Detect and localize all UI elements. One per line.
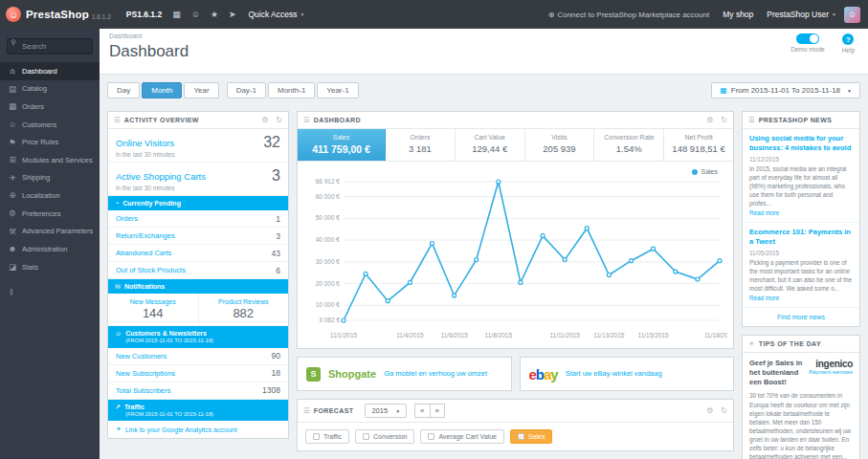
- shopgate-link[interactable]: Ga mobiel en verhoog uw omzet: [384, 369, 487, 379]
- checkbox-icon[interactable]: [363, 433, 369, 440]
- checkbox-icon[interactable]: [313, 433, 320, 440]
- refresh-icon[interactable]: ↻: [721, 406, 727, 415]
- puzzle-icon: ⊞: [8, 155, 17, 165]
- average-cart-value-chip[interactable]: Average Cart Value: [420, 429, 503, 444]
- checkbox-checked-icon[interactable]: ✓: [518, 433, 524, 440]
- date-range-toolbar: Day Month Year Day-1 Month-1 Year-1 ▦ Fr…: [107, 82, 860, 98]
- date-range-picker[interactable]: ▦ From 2015-11-01 To 2015-11-18 ▼: [711, 82, 860, 98]
- shopgate-promo[interactable]: S Shopgate Ga mobiel en verhoog uw omzet: [297, 357, 512, 391]
- sidebar-item-label: Orders: [22, 102, 44, 111]
- read-more-link[interactable]: Read more: [749, 209, 853, 216]
- kpi-cart-value[interactable]: Cart Value 129,44 €: [456, 129, 525, 161]
- range-month-button[interactable]: Month: [142, 82, 182, 98]
- clock-icon: ◔: [115, 199, 119, 208]
- range-day-button[interactable]: Day: [107, 82, 140, 98]
- quick-access-menu[interactable]: Quick Access▼: [249, 10, 305, 19]
- pending-orders-row[interactable]: Orders1: [108, 210, 288, 228]
- cart-icon[interactable]: ▦: [172, 10, 181, 19]
- gear-icon[interactable]: ⚙: [706, 406, 713, 415]
- conversion-chip[interactable]: Conversion: [355, 429, 414, 444]
- range-day-1-button[interactable]: Day-1: [227, 82, 266, 98]
- main-area: Dashboard Dashboard Demo mode ? Help Day…: [100, 29, 868, 459]
- total-subscribers-row[interactable]: Total Subscribers1308: [108, 382, 288, 400]
- refresh-icon[interactable]: ↻: [721, 116, 727, 124]
- new-messages-cell[interactable]: New Messages 144: [108, 294, 198, 325]
- section-title: Currently Pending: [122, 199, 181, 208]
- news-title-link[interactable]: Ecommerce 101: Payments in a Tweet: [749, 228, 853, 247]
- abandoned-carts-row[interactable]: Abandoned Carts43: [108, 245, 288, 262]
- marketplace-link[interactable]: ⊕Connect to PrestaShop Marketplace accou…: [548, 11, 709, 19]
- sidebar-item-advanced-parameters[interactable]: ⚒Advanced Parameters: [0, 223, 100, 241]
- sidebar-item-preferences[interactable]: ⚙Preferences: [0, 205, 100, 223]
- sidebar-item-label: Price Rules: [22, 138, 58, 146]
- svg-text:11/11/2015: 11/11/2015: [549, 332, 580, 339]
- sales-chip[interactable]: ✓Sales: [510, 429, 553, 444]
- ebay-link[interactable]: Start uw eBay-winkel vandaag: [566, 369, 662, 379]
- range-year-1-button[interactable]: Year-1: [317, 82, 358, 98]
- traffic-chip[interactable]: Traffic: [305, 429, 349, 444]
- range-month-1-button[interactable]: Month-1: [268, 82, 315, 98]
- demo-mode-toggle[interactable]: [796, 33, 819, 44]
- sidebar-item-orders[interactable]: ▦Orders: [0, 98, 100, 116]
- next-year-button[interactable]: »: [431, 404, 445, 418]
- sidebar-item-customers[interactable]: ☺Customers: [0, 116, 100, 134]
- kpi-label: Net Profit: [666, 134, 731, 141]
- search-input[interactable]: [7, 38, 93, 55]
- sidebar-item-label: Customers: [22, 120, 56, 129]
- new-subscriptions-row[interactable]: New Subscriptions18: [108, 365, 288, 382]
- gear-icon[interactable]: ⚙: [706, 116, 713, 124]
- kpi-label: Cart Value: [457, 134, 523, 141]
- out-of-stock-row[interactable]: Out of Stock Products6: [108, 262, 288, 279]
- prestashop-logo-icon[interactable]: ☺: [6, 7, 21, 22]
- active-carts-link[interactable]: Active Shopping Carts: [116, 171, 206, 182]
- find-more-news-link[interactable]: Find more news: [743, 308, 859, 326]
- google-analytics-link[interactable]: ⚭ Link to your Google Analytics account: [108, 421, 288, 438]
- year-select[interactable]: 2015▼: [365, 404, 407, 418]
- kpi-visits[interactable]: Visits 205 939: [525, 129, 595, 161]
- news-title-link[interactable]: Using social media for your business: 4 …: [749, 134, 853, 153]
- sales-chart-area: Sales 66 912 €60 000 €50 000 €40 000 €30…: [298, 162, 733, 348]
- kpi-conversion-rate[interactable]: Conversion Rate 1.54%: [594, 129, 664, 161]
- my-shop-link[interactable]: My shop: [723, 10, 753, 19]
- star-icon[interactable]: ★: [211, 10, 218, 19]
- topbar: ☺ PrestaShop 1.6.1.2 PS1.6.1.2 ▦ ☺ ★ ➤ Q…: [0, 0, 868, 29]
- new-customers-row[interactable]: New Customers90: [108, 348, 288, 365]
- read-more-link[interactable]: Read more: [749, 295, 853, 301]
- sidebar-item-localization[interactable]: ⊕Localization: [0, 186, 100, 205]
- avatar[interactable]: ☺: [844, 7, 860, 23]
- sidebar-item-shipping[interactable]: ✈Shipping: [0, 169, 100, 187]
- ebay-promo[interactable]: ebay Start uw eBay-winkel vandaag: [520, 357, 735, 391]
- sidebar-item-administration[interactable]: ☻Administration: [0, 240, 100, 258]
- checkbox-icon[interactable]: [428, 433, 434, 440]
- range-year-button[interactable]: Year: [184, 82, 218, 98]
- kpi-sales[interactable]: Sales 411 759,00 €: [298, 129, 386, 161]
- shop-name[interactable]: PS1.6.1.2: [126, 10, 162, 19]
- sidebar-item-stats[interactable]: ◪Stats: [0, 258, 100, 276]
- refresh-icon[interactable]: ↻: [276, 116, 282, 124]
- pending-returns-row[interactable]: Return/Exchanges3: [108, 228, 288, 245]
- sidebar-item-dashboard[interactable]: ⌂Dashboard: [0, 62, 100, 80]
- panel-title: DASHBOARD: [314, 117, 361, 123]
- section-title: Customers & Newsletters: [125, 329, 207, 338]
- sidebar-item-label: Modules and Services: [22, 156, 93, 164]
- product-reviews-cell[interactable]: Product Reviews 882: [198, 294, 289, 325]
- rocket-icon[interactable]: ➤: [229, 10, 236, 19]
- sidebar-item-catalog[interactable]: ▤Catalog: [0, 80, 100, 98]
- demo-mode-control[interactable]: Demo mode: [790, 33, 824, 54]
- chip-label: Average Cart Value: [438, 433, 496, 440]
- customer-icon[interactable]: ☺: [191, 10, 200, 19]
- breadcrumb[interactable]: Dashboard: [109, 33, 858, 39]
- kpi-orders[interactable]: Orders 3 181: [386, 129, 456, 161]
- brand-name[interactable]: PrestaShop: [26, 9, 89, 20]
- sidebar-collapse-button[interactable]: ‖: [10, 288, 100, 297]
- prev-year-button[interactable]: «: [414, 404, 430, 418]
- sidebar-item-modules[interactable]: ⊞Modules and Services: [0, 151, 100, 169]
- gear-icon[interactable]: ⚙: [261, 116, 268, 124]
- user-menu[interactable]: PrestaShop User▼: [767, 10, 836, 19]
- help-icon[interactable]: ?: [842, 33, 854, 45]
- help-button[interactable]: ? Help: [842, 33, 855, 54]
- kpi-net-profit[interactable]: Net Profit 148 918,51 €: [664, 129, 733, 161]
- online-visitors-link[interactable]: Online Visitors: [116, 138, 174, 148]
- sidebar-item-price-rules[interactable]: ⚑Price Rules: [0, 134, 100, 152]
- catalog-icon: ▤: [8, 84, 17, 95]
